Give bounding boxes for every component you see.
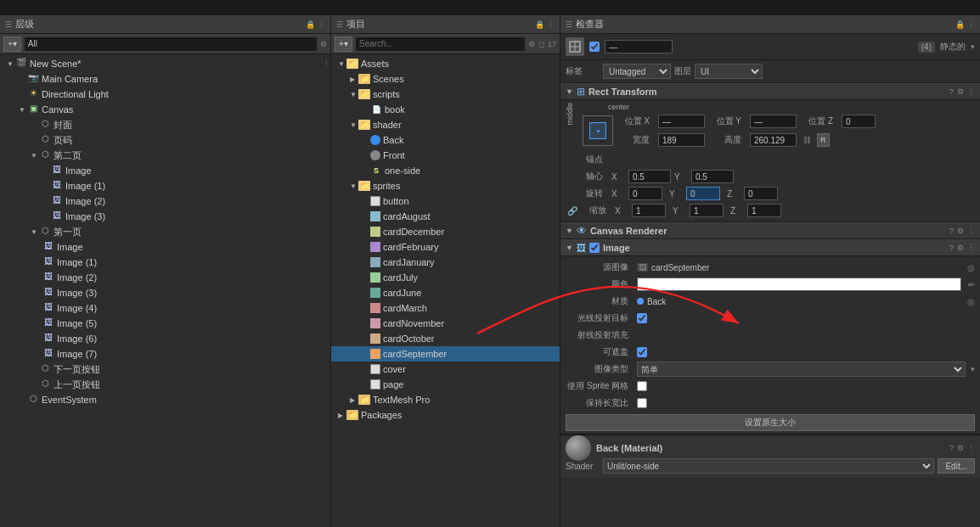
scale-z-input[interactable] bbox=[747, 204, 781, 217]
image-type-select[interactable]: 简单 bbox=[637, 362, 966, 377]
hierarchy-item-main-camera[interactable]: 📷 Main Camera bbox=[0, 71, 330, 87]
image-enabled-checkbox[interactable] bbox=[589, 243, 600, 253]
layer-select[interactable]: UI bbox=[695, 64, 763, 79]
object-active-checkbox[interactable] bbox=[589, 42, 600, 52]
rect-transform-section-header[interactable]: ▼ ⊞ Rect Transform ? ⚙ ⋮ bbox=[560, 83, 980, 100]
hierarchy-item-page1[interactable]: ▼ ⬡ 第一页 bbox=[0, 224, 330, 239]
settings-icon[interactable]: ⚙ bbox=[957, 244, 964, 252]
project-folder-shader[interactable]: ▼ 📁 shader bbox=[331, 117, 560, 132]
height-input[interactable] bbox=[750, 133, 797, 147]
help-icon[interactable]: ? bbox=[949, 244, 954, 252]
set-native-size-btn[interactable]: 设置原生大小 bbox=[566, 414, 975, 431]
pivot-y-input[interactable] bbox=[691, 170, 734, 183]
project-item-cardDecember[interactable]: cardDecember bbox=[331, 224, 560, 239]
scale-x-input[interactable] bbox=[632, 204, 666, 217]
project-add-btn[interactable]: +▾ bbox=[335, 36, 352, 52]
hierarchy-item-pagecode[interactable]: ⬡ 页码 bbox=[0, 132, 330, 148]
color-picker-icon[interactable]: ✏ bbox=[968, 280, 975, 289]
project-folder-scenes[interactable]: ▶ 📁 Scenes bbox=[331, 71, 560, 87]
rot-z-input[interactable] bbox=[744, 187, 778, 200]
hierarchy-item-new-scene[interactable]: ▼ 🎬 New Scene* ⋮ bbox=[0, 56, 330, 71]
inspector-static-arrow[interactable]: ▾ bbox=[971, 42, 975, 51]
settings-icon[interactable]: ⚙ bbox=[957, 227, 964, 235]
rot-x-input[interactable] bbox=[628, 187, 662, 200]
hierarchy-item-img-p1-2[interactable]: 🖼 Image (2) bbox=[0, 270, 330, 285]
color-swatch[interactable] bbox=[637, 278, 961, 291]
pivot-x-input[interactable] bbox=[628, 170, 671, 183]
mat-help-icon[interactable]: ? bbox=[949, 444, 954, 452]
raycast-checkbox[interactable] bbox=[637, 313, 647, 323]
project-folder-assets[interactable]: ▼ 📁 Assets bbox=[331, 56, 560, 71]
pos-y-input[interactable] bbox=[750, 115, 797, 128]
hierarchy-item-img-p1-3[interactable]: 🖼 Image (3) bbox=[0, 285, 330, 300]
hierarchy-item-img-p1-1[interactable]: 🖼 Image (1) bbox=[0, 255, 330, 270]
hierarchy-search[interactable] bbox=[25, 37, 317, 51]
hierarchy-item-page2[interactable]: ▼ ⬡ 第二页 bbox=[0, 148, 330, 163]
image-section-header[interactable]: ▼ 🖼 Image ? ⚙ ⋮ bbox=[560, 239, 980, 256]
project-folder-scripts[interactable]: ▼ 📁 scripts bbox=[331, 87, 560, 102]
hierarchy-item-prev-btn[interactable]: ⬡ 上一页按钮 bbox=[0, 377, 330, 392]
project-item-cardSeptember[interactable]: cardSeptember bbox=[331, 346, 560, 362]
hierarchy-item-eventsys[interactable]: ⬡ EventSystem bbox=[0, 392, 330, 407]
hierarchy-item-img-p1-5[interactable]: 🖼 Image (5) bbox=[0, 316, 330, 331]
project-item-cardFebruary[interactable]: cardFebruary bbox=[331, 239, 560, 255]
project-folder-packages[interactable]: ▶ 📁 Packages bbox=[331, 407, 560, 423]
help-icon[interactable]: ? bbox=[949, 227, 954, 235]
hierarchy-item-img-p1-7[interactable]: 🖼 Image (7) bbox=[0, 346, 330, 362]
project-item-cardJune[interactable]: cardJune bbox=[331, 285, 560, 300]
more-icon[interactable]: ⋮ bbox=[967, 20, 975, 29]
project-item-cover2[interactable]: cover bbox=[331, 362, 560, 377]
preserve-ratio-checkbox[interactable] bbox=[637, 398, 647, 408]
hierarchy-item-next-btn[interactable]: ⬡ 下一页按钮 bbox=[0, 362, 330, 377]
pos-x-input[interactable] bbox=[658, 115, 705, 128]
hierarchy-item-img-p1-6[interactable]: 🖼 Image (6) bbox=[0, 331, 330, 346]
more-icon[interactable]: ⋮ bbox=[323, 59, 330, 68]
hierarchy-add-btn[interactable]: +▾ bbox=[3, 36, 21, 52]
settings-icon[interactable]: ⚙ bbox=[957, 87, 964, 96]
anchor-visual[interactable] bbox=[583, 115, 613, 146]
hierarchy-item-dir-light[interactable]: ☀ Directional Light bbox=[0, 87, 330, 102]
object-name-input[interactable] bbox=[605, 40, 673, 53]
shader-select[interactable]: Unlit/one-side bbox=[603, 458, 934, 474]
project-item-page2[interactable]: page bbox=[331, 377, 560, 392]
project-item-cardAugust[interactable]: cardAugust bbox=[331, 209, 560, 224]
lock-icon[interactable]: 🔒 bbox=[306, 20, 315, 29]
edit-shader-btn[interactable]: Edit... bbox=[938, 458, 975, 474]
hierarchy-item-img-p1-4[interactable]: 🖼 Image (4) bbox=[0, 300, 330, 316]
sprite-mesh-checkbox[interactable] bbox=[637, 381, 647, 391]
scale-y-input[interactable] bbox=[690, 204, 724, 217]
rot-y-input[interactable] bbox=[686, 187, 720, 200]
tag-select[interactable]: Untagged bbox=[603, 64, 671, 79]
project-item-button[interactable]: button bbox=[331, 193, 560, 209]
hierarchy-item-img-p2-1[interactable]: 🖼 Image (1) bbox=[0, 178, 330, 193]
material-target-icon[interactable]: ◎ bbox=[967, 297, 975, 306]
r-button[interactable]: R bbox=[817, 133, 830, 147]
more-icon[interactable]: ⋮ bbox=[547, 20, 555, 29]
lock-scale-icon[interactable]: 🔗 bbox=[566, 206, 579, 216]
project-item-book[interactable]: 📄 book bbox=[331, 102, 560, 117]
project-item-cardNovember[interactable]: cardNovember bbox=[331, 316, 560, 331]
help-icon[interactable]: ? bbox=[949, 87, 954, 96]
project-item-one-side[interactable]: S one-side bbox=[331, 163, 560, 178]
hierarchy-item-img-p2-2[interactable]: 🖼 Image (2) bbox=[0, 193, 330, 209]
project-folder-sprites[interactable]: ▼ 📁 sprites bbox=[331, 178, 560, 193]
canvas-renderer-header[interactable]: ▼ 👁 Canvas Renderer ? ⚙ ⋮ bbox=[560, 222, 980, 239]
mat-more-icon[interactable]: ⋮ bbox=[967, 444, 975, 452]
hierarchy-item-cover[interactable]: ⬡ 封面 bbox=[0, 117, 330, 132]
project-item-cardMarch[interactable]: cardMarch bbox=[331, 300, 560, 316]
lock-icon[interactable]: 🔒 bbox=[535, 20, 544, 29]
project-search[interactable] bbox=[356, 37, 525, 51]
hierarchy-item-img-p2[interactable]: 🖼 Image bbox=[0, 163, 330, 178]
hierarchy-filter-icon[interactable]: ⚙ bbox=[320, 40, 327, 48]
project-item-back[interactable]: Back bbox=[331, 132, 560, 148]
project-item-front[interactable]: Front bbox=[331, 148, 560, 163]
hierarchy-item-img-p1[interactable]: 🖼 Image bbox=[0, 239, 330, 255]
hierarchy-item-canvas[interactable]: ▼ ▣ Canvas bbox=[0, 102, 330, 117]
lock-icon[interactable]: 🔒 bbox=[955, 20, 965, 29]
pos-z-input[interactable] bbox=[842, 115, 876, 128]
link-icon[interactable]: ⛓ bbox=[800, 133, 814, 147]
project-folder-textmesh[interactable]: ▶ 📁 TextMesh Pro bbox=[331, 392, 560, 407]
more-icon[interactable]: ⋮ bbox=[318, 20, 325, 29]
more-icon[interactable]: ⋮ bbox=[967, 227, 975, 235]
project-item-cardOctober[interactable]: cardOctober bbox=[331, 331, 560, 346]
